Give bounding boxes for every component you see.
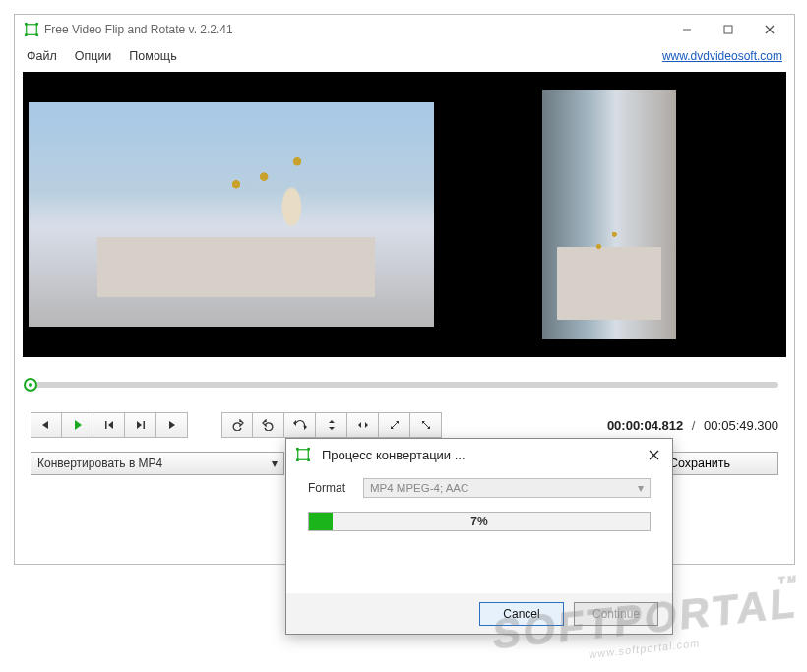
flip-diag2-button[interactable] — [410, 412, 442, 438]
format-row: Format MP4 MPEG-4; AAC ▾ — [308, 478, 651, 498]
format-dropdown[interactable]: MP4 MPEG-4; AAC ▾ — [363, 478, 651, 498]
controls-area: 00:00:04.812 / 00:05:49.300 — [15, 357, 794, 450]
playback-group — [31, 412, 188, 438]
menu-file[interactable]: Файл — [27, 49, 57, 63]
chevron-down-icon: ▾ — [272, 457, 278, 470]
current-time: 00:00:04.812 — [607, 418, 683, 433]
minimize-button[interactable] — [666, 16, 708, 43]
seek-track — [31, 382, 778, 388]
svg-rect-17 — [307, 458, 310, 461]
titlebar: Free Video Flip and Rotate v. 2.2.41 — [15, 15, 794, 44]
prev-frame-button[interactable] — [31, 412, 62, 438]
maximize-button[interactable] — [708, 16, 749, 43]
original-video-preview — [29, 102, 434, 327]
rotate-cw-button[interactable] — [221, 412, 253, 438]
svg-rect-14 — [296, 448, 299, 451]
svg-rect-4 — [35, 33, 38, 36]
svg-line-12 — [422, 421, 430, 429]
window-title: Free Video Flip and Rotate v. 2.2.41 — [44, 23, 666, 36]
svg-rect-16 — [296, 458, 299, 461]
rotate-ccw-button[interactable] — [253, 412, 284, 438]
skip-back-button[interactable] — [93, 412, 125, 438]
svg-rect-13 — [298, 450, 309, 460]
dialog-buttons: Cancel Continue — [286, 592, 672, 634]
svg-rect-3 — [25, 33, 28, 36]
svg-rect-1 — [25, 23, 28, 26]
dialog-title: Процесс конвертации ... — [322, 448, 641, 462]
svg-rect-10 — [143, 421, 145, 429]
format-value: MP4 MPEG-4; AAC — [370, 482, 468, 494]
dialog-app-icon — [296, 448, 316, 461]
flip-horizontal-button[interactable] — [347, 412, 379, 438]
dialog-close-button[interactable] — [641, 443, 666, 466]
progress-percent: 7% — [309, 513, 650, 530]
flip-vertical-button[interactable] — [316, 412, 347, 438]
cancel-button[interactable]: Cancel — [479, 602, 564, 626]
format-label: Format — [308, 481, 353, 495]
close-button[interactable] — [749, 16, 790, 43]
continue-button[interactable]: Continue — [574, 602, 658, 626]
chevron-down-icon: ▾ — [638, 481, 644, 495]
output-format-label: Конвертировать в MP4 — [37, 457, 162, 470]
dialog-body: Format MP4 MPEG-4; AAC ▾ 7% — [286, 470, 672, 592]
skip-forward-button[interactable] — [125, 412, 156, 438]
rotated-video-preview — [542, 90, 676, 339]
svg-line-11 — [391, 421, 399, 429]
svg-rect-15 — [307, 448, 310, 451]
app-icon — [25, 23, 44, 36]
play-button[interactable] — [62, 412, 93, 438]
seek-thumb[interactable] — [24, 378, 37, 392]
svg-rect-0 — [27, 25, 37, 35]
menu-options[interactable]: Опции — [75, 49, 112, 63]
video-preview-area — [23, 72, 786, 357]
menubar: Файл Опции Помощь www.dvdvideosoft.com — [15, 44, 794, 68]
progress-bar: 7% — [308, 512, 651, 531]
time-separator: / — [692, 418, 696, 433]
output-format-dropdown[interactable]: Конвертировать в MP4 ▾ — [31, 452, 284, 475]
transform-group — [221, 412, 442, 438]
rotate-180-button[interactable] — [284, 412, 316, 438]
toolbar-row: 00:00:04.812 / 00:05:49.300 — [31, 412, 778, 438]
menu-help[interactable]: Помощь — [129, 49, 176, 63]
flip-diag1-button[interactable] — [379, 412, 410, 438]
svg-rect-2 — [35, 23, 38, 26]
total-time: 00:05:49.300 — [704, 418, 778, 433]
conversion-dialog: Процесс конвертации ... Format MP4 MPEG-… — [285, 438, 673, 635]
dialog-titlebar: Процесс конвертации ... — [286, 439, 672, 470]
website-link[interactable]: www.dvdvideosoft.com — [662, 49, 782, 63]
svg-rect-9 — [105, 421, 107, 429]
next-frame-button[interactable] — [156, 412, 188, 438]
seek-bar[interactable] — [31, 377, 778, 393]
time-display: 00:00:04.812 / 00:05:49.300 — [607, 418, 778, 433]
svg-rect-6 — [724, 26, 732, 33]
